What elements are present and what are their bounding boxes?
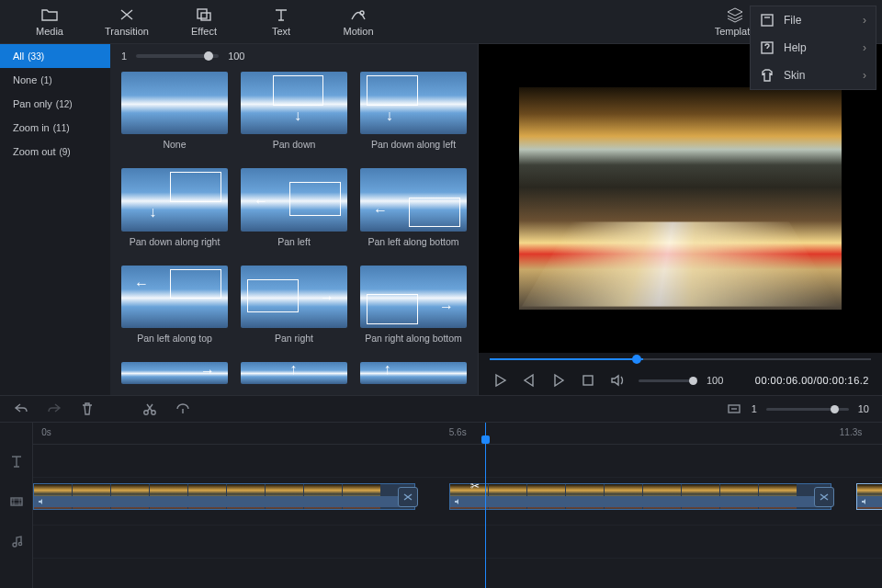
effect-partial[interactable]: → (121, 362, 228, 395)
text-track[interactable] (33, 445, 882, 478)
main-menu-dropdown: File › Help › Skin › (750, 6, 876, 90)
timecode: 00:00:06.00/00:00:16.2 (755, 375, 869, 386)
effect-pan-down[interactable]: ↓Pan down (241, 72, 347, 161)
nav-text[interactable]: Text (243, 6, 320, 37)
timeline-toolbar: 1 10 (0, 395, 882, 423)
effect-pan-right[interactable]: →Pan right (241, 266, 347, 355)
undo-button[interactable] (13, 401, 29, 417)
transition-2[interactable] (814, 487, 834, 507)
volume-slider[interactable] (639, 379, 694, 382)
text-icon (272, 6, 290, 23)
nav-effect[interactable]: Effect (165, 6, 243, 37)
volume-value: 100 (707, 375, 723, 386)
tl-zoom-min: 1 (752, 403, 757, 414)
effect-partial[interactable]: ↑ (241, 362, 347, 395)
prev-frame-button[interactable] (521, 372, 537, 389)
effect-none[interactable]: None (121, 72, 228, 161)
effect-pan-left-bottom[interactable]: ←Pan left along bottom (360, 168, 467, 257)
music-track[interactable] (33, 526, 882, 559)
effect-pan-left[interactable]: ←Pan left (241, 168, 347, 257)
video-track[interactable]: ✂ (33, 478, 882, 526)
nav-transition[interactable]: Transition (88, 6, 165, 37)
video-clip-2[interactable] (449, 483, 831, 510)
motion-icon (349, 6, 368, 23)
thumb-zoom-min: 1 (121, 51, 127, 62)
category-sidebar: All(33) None(1) Pan only(12) Zoom in(11)… (0, 44, 110, 395)
skin-icon (760, 68, 775, 83)
effect-pan-down-right[interactable]: ↓Pan down along right (121, 168, 228, 257)
redo-button[interactable] (46, 401, 62, 417)
menu-help[interactable]: Help › (751, 34, 876, 62)
preview-scrubber[interactable] (479, 353, 882, 366)
chevron-right-icon: › (863, 41, 866, 54)
folder-icon (40, 6, 59, 23)
sidebar-item-all[interactable]: All(33) (0, 44, 110, 68)
menu-file[interactable]: File › (751, 6, 876, 34)
nav-media[interactable]: Media (11, 6, 88, 37)
chevron-right-icon: › (863, 69, 866, 82)
chevron-right-icon: › (863, 14, 866, 27)
crop-button[interactable] (175, 401, 191, 417)
effect-pan-left-top[interactable]: ←Pan left along top (121, 266, 228, 355)
svg-rect-0 (198, 9, 207, 18)
thumb-zoom-max: 100 (228, 51, 244, 62)
next-frame-button[interactable] (550, 372, 567, 389)
speaker-icon (38, 497, 47, 506)
effect-pan-down-left[interactable]: ↓Pan down along left (360, 72, 467, 161)
delete-button[interactable] (79, 401, 96, 417)
svg-point-2 (360, 11, 364, 15)
preview-canvas[interactable] (479, 44, 882, 353)
svg-rect-3 (762, 15, 773, 26)
track-music-icon[interactable] (0, 526, 32, 559)
nav-motion[interactable]: Motion (320, 6, 397, 37)
timeline-zoom-slider[interactable] (766, 408, 849, 411)
track-text-icon[interactable] (0, 445, 32, 478)
help-icon (760, 40, 775, 55)
cut-icon: ✂ (470, 480, 480, 492)
timeline-ruler[interactable]: 0s 5.6s 11.3s (33, 423, 882, 445)
svg-rect-5 (583, 376, 593, 385)
split-button[interactable] (141, 401, 158, 417)
tl-zoom-max: 10 (858, 403, 869, 414)
track-video-icon[interactable] (0, 478, 32, 526)
fit-button[interactable] (726, 401, 742, 417)
sidebar-item-pan[interactable]: Pan only(12) (0, 92, 110, 116)
effect-pan-right-bottom[interactable]: →Pan right along bottom (360, 266, 467, 355)
transition-1[interactable] (398, 487, 418, 507)
svg-rect-9 (11, 498, 22, 505)
menu-skin[interactable]: Skin › (751, 62, 876, 89)
file-icon (760, 13, 775, 28)
effect-partial[interactable]: ↑ (360, 362, 467, 395)
svg-point-10 (18, 542, 21, 545)
layers-icon (726, 6, 744, 23)
playhead[interactable] (485, 423, 486, 588)
speaker-icon (454, 497, 463, 506)
preview-panel: 100 00:00:06.00/00:00:16.2 (478, 44, 882, 395)
sidebar-item-zoomout[interactable]: Zoom out(9) (0, 140, 110, 164)
video-clip-3[interactable] (856, 483, 882, 510)
sidebar-item-none[interactable]: None(1) (0, 68, 110, 92)
play-button[interactable] (492, 372, 508, 389)
speaker-icon (861, 497, 870, 506)
effect-browser: 1 100 None ↓Pan down ↓Pan down along lef… (110, 44, 478, 395)
transition-icon (118, 6, 136, 23)
stop-button[interactable] (580, 372, 596, 389)
video-clip-1[interactable] (33, 483, 415, 510)
effect-icon (195, 6, 213, 23)
thumbnail-zoom-slider[interactable] (136, 54, 219, 58)
volume-button[interactable] (609, 372, 626, 389)
sidebar-item-zoomin[interactable]: Zoom in(11) (0, 116, 110, 140)
svg-rect-1 (201, 13, 210, 20)
timeline: 0s 5.6s 11.3s ✂ (0, 423, 882, 588)
